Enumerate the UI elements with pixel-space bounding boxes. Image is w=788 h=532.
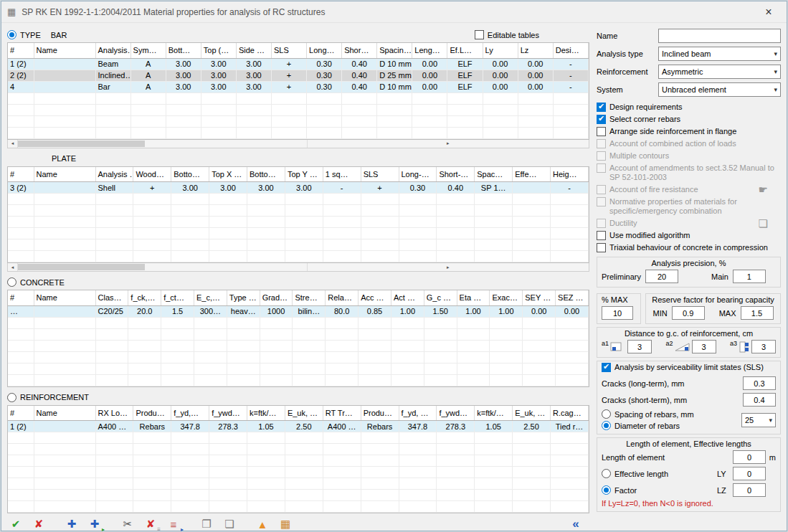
cancel-button[interactable]: ✘ <box>30 516 47 532</box>
column-header[interactable]: f_ywd… <box>209 406 247 421</box>
reinforcement-radio[interactable]: REINFORCEMENT <box>7 393 89 402</box>
column-header[interactable]: E_uk, … <box>285 406 323 421</box>
main-input[interactable]: 1 <box>733 270 766 283</box>
column-header[interactable]: Leng… <box>412 43 447 58</box>
column-header[interactable]: # <box>8 167 34 182</box>
column-header[interactable]: Analysis… <box>95 43 130 58</box>
column-header[interactable]: Top (… <box>201 43 236 58</box>
column-header[interactable]: E_uk, … <box>513 406 551 421</box>
column-header[interactable]: Botto… <box>171 167 209 182</box>
empty-row[interactable] <box>8 351 589 363</box>
column-header[interactable]: SEY … <box>523 290 556 305</box>
reserve-min-input[interactable]: 0.9 <box>672 306 705 320</box>
diameter-of-rebars-radio[interactable]: Diameter of rebars <box>602 421 741 430</box>
column-header[interactable]: R.cag… <box>551 406 589 421</box>
percent-max-input[interactable]: 10 <box>602 306 633 320</box>
column-header[interactable]: k=ftk/… <box>475 406 513 421</box>
column-header[interactable]: Desi… <box>553 43 588 58</box>
analysis-type-select[interactable]: Inclined beam ▾ <box>658 47 781 61</box>
bar-table-hscrollbar[interactable]: ◂ ▸ <box>7 140 589 148</box>
checkbox-box[interactable] <box>597 231 606 240</box>
paste-button[interactable]: ❏ <box>221 516 238 532</box>
spacing-of-rebars-radio[interactable]: Spacing of rebars, mm <box>602 409 741 419</box>
checkbox-triaxial-behaviour[interactable]: Triaxial behaviour of concrete in compre… <box>597 242 781 254</box>
empty-row[interactable] <box>8 317 589 328</box>
scroll-right-arrow-icon[interactable]: ▸ <box>307 263 589 271</box>
lz-input[interactable]: 0 <box>733 483 766 497</box>
plate-table-hscrollbar[interactable]: ◂ ▸ <box>7 263 589 272</box>
scroll-left-arrow-icon[interactable]: ◂ <box>8 140 18 148</box>
name-input[interactable] <box>658 29 781 43</box>
column-header[interactable]: f_ct… <box>161 290 194 305</box>
empty-row[interactable] <box>8 455 589 467</box>
empty-row[interactable] <box>8 490 589 501</box>
a1-input[interactable]: 3 <box>627 340 652 353</box>
column-header[interactable]: # <box>8 406 34 421</box>
table-row[interactable]: 2 (2)Inclined…A3.003.003.00+0.300.40D 25… <box>8 70 589 81</box>
empty-row[interactable] <box>8 239 589 251</box>
empty-row[interactable] <box>8 374 589 386</box>
column-header[interactable]: Effe… <box>513 167 551 182</box>
a2-input[interactable]: 3 <box>692 340 716 353</box>
column-header[interactable]: Act … <box>391 290 424 305</box>
empty-row[interactable] <box>8 432 589 444</box>
checkbox-box[interactable] <box>597 103 606 112</box>
column-header[interactable]: Long-… <box>399 167 437 182</box>
scroll-track[interactable] <box>18 263 300 271</box>
column-header[interactable]: # <box>8 290 34 305</box>
cracks-long-input[interactable]: 0.3 <box>743 376 776 390</box>
column-header[interactable]: Produ… <box>361 406 399 421</box>
empty-row[interactable] <box>8 127 589 138</box>
column-header[interactable]: Botto… <box>247 167 285 182</box>
column-header[interactable]: f_ywd… <box>437 406 475 421</box>
empty-row[interactable] <box>8 92 589 104</box>
column-header[interactable]: Short-… <box>437 167 475 182</box>
column-header[interactable]: Eta … <box>457 290 490 305</box>
factor-radio[interactable]: Factor <box>602 485 717 495</box>
add-row-after-button[interactable]: ✚▸ <box>86 516 103 532</box>
checkbox-use-modified-algorithm[interactable]: Use modified algorithm <box>597 229 781 242</box>
column-header[interactable]: Heig… <box>551 167 589 182</box>
column-header[interactable]: Analysis … <box>95 167 133 182</box>
column-header[interactable]: SLS <box>271 43 306 58</box>
column-header[interactable]: G_c … <box>424 290 457 305</box>
column-header[interactable]: Sym… <box>130 43 166 58</box>
column-header[interactable]: Top Y … <box>285 167 323 182</box>
table-row[interactable]: 1 (2)A400 …Rebars347.8278.31.052.50A400 … <box>8 421 589 432</box>
column-header[interactable]: E_c,… <box>194 290 227 305</box>
column-header[interactable]: Shor… <box>342 43 377 58</box>
column-header[interactable]: Long… <box>307 43 342 58</box>
empty-row[interactable] <box>8 340 589 351</box>
empty-row[interactable] <box>8 363 589 374</box>
empty-row[interactable] <box>8 228 589 239</box>
column-header[interactable]: # <box>8 43 34 58</box>
rebar-diameter-select[interactable]: 25 ▾ <box>741 413 776 427</box>
cut-button[interactable]: ✂ <box>119 516 136 532</box>
length-of-element-input[interactable]: 0 <box>733 450 766 464</box>
column-header[interactable]: Name <box>34 43 95 58</box>
a3-input[interactable]: 3 <box>751 340 776 353</box>
column-header[interactable]: Exac… <box>490 290 523 305</box>
column-header[interactable]: Rela… <box>326 290 359 305</box>
column-header[interactable]: Wood… <box>133 167 171 182</box>
column-header[interactable]: Name <box>34 167 95 182</box>
export-button[interactable]: ▲ <box>254 516 271 532</box>
scroll-track[interactable] <box>18 140 300 148</box>
column-header[interactable]: Name <box>34 290 95 305</box>
column-header[interactable]: Produ… <box>133 406 171 421</box>
column-header[interactable]: SLS <box>361 167 399 182</box>
column-header[interactable]: Top X … <box>209 167 247 182</box>
checkbox-sls-analysis[interactable]: Analysis by serviceability limit states … <box>602 363 776 374</box>
image-button[interactable]: ▦ <box>277 516 294 532</box>
apply-button[interactable]: ✔ <box>7 516 24 532</box>
concrete-radio[interactable]: CONCRETE <box>7 277 65 287</box>
ly-input[interactable]: 0 <box>733 467 766 480</box>
column-header[interactable]: RT Tr… <box>323 406 361 421</box>
column-header[interactable]: Stre… <box>293 290 326 305</box>
column-header[interactable]: Lz <box>518 43 553 58</box>
empty-row[interactable] <box>8 205 589 217</box>
checkbox-box[interactable] <box>597 115 606 124</box>
column-header[interactable]: Ef.L… <box>447 43 483 58</box>
table-row[interactable]: 4BarA3.003.003.00+0.300.40D 10 mm0.00ELF… <box>8 81 589 92</box>
checkbox-arrange-side-reinforcement[interactable]: Arrange side reinforcement in flange <box>597 125 781 138</box>
